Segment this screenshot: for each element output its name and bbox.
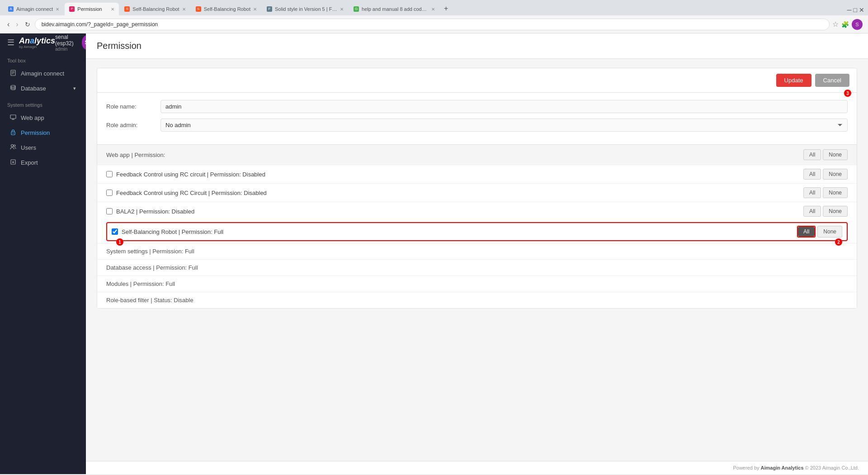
chevron-down-icon: ▾ (73, 86, 76, 91)
main-content: Permission Update Cancel 3 Role name: (86, 33, 868, 474)
back-button[interactable]: ‹ (5, 19, 11, 30)
form-card: Update Cancel 3 Role name: Role admin: N… (97, 68, 857, 309)
perm-item-1: Feedback Control using RC circuit | Perm… (97, 165, 857, 183)
system-settings-section-title: System settings (0, 96, 86, 110)
role-admin-row: Role admin: No admin Admin (106, 119, 848, 132)
bookmark-icon[interactable]: ☆ (832, 20, 839, 28)
webapp-permission-title: Web app | Permission: (106, 152, 165, 158)
svg-point-9 (13, 133, 14, 134)
annotation-1: 1 (116, 238, 123, 246)
hamburger-icon[interactable]: ☰ (7, 38, 14, 48)
new-tab-button[interactable]: + (440, 3, 452, 14)
browser-tab-2[interactable]: P Permission ✕ (65, 3, 119, 15)
annotation-2: 2 (835, 238, 842, 246)
static-perm-2: Database access | Permission: Full (97, 259, 857, 276)
aimagin-connect-label: Aimagin connect (21, 70, 64, 77)
cancel-button[interactable]: Cancel (815, 74, 849, 87)
toolbox-section-title: Tool box (0, 52, 86, 66)
perm-buttons-2: All None (803, 187, 848, 198)
address-input[interactable] (35, 19, 830, 30)
annotation-3: 3 (844, 90, 851, 97)
extensions-icon[interactable]: 🧩 (841, 21, 849, 28)
none-button-3[interactable]: None (823, 206, 848, 217)
role-name-input[interactable] (160, 100, 848, 113)
webapp-permission-header: Web app | Permission: All None (97, 144, 857, 165)
database-label: Database (21, 85, 46, 92)
lock-icon (10, 129, 16, 137)
static-perm-4: Role-based filter | Status: Disable (97, 292, 857, 308)
forward-button[interactable]: › (14, 19, 20, 30)
export-icon (10, 159, 16, 166)
browser-tab-5[interactable]: F Solid style in Version 5 | Font A... ✕ (262, 3, 348, 15)
browser-tab-6[interactable]: G help and manual 8 add code - 6 ✕ (349, 3, 439, 15)
perm-label-1: Feedback Control using RC circuit | Perm… (116, 171, 265, 178)
all-button-global[interactable]: All (803, 149, 821, 160)
perm-checkbox-4[interactable] (112, 228, 118, 235)
all-button-2[interactable]: All (803, 187, 821, 198)
svg-point-4 (11, 86, 15, 87)
browser-tab-1[interactable]: A Aimagin connect ✕ (4, 3, 64, 15)
all-button-4[interactable]: All (798, 227, 815, 237)
update-button[interactable]: Update (776, 74, 811, 87)
sidebar-item-permission[interactable]: Permission (3, 125, 83, 140)
role-name-row: Role name: (106, 100, 848, 113)
svg-rect-5 (10, 115, 16, 119)
profile-icon[interactable]: S (852, 19, 863, 30)
perm-item-4-wrapper: Self-Balancing Robot | Permission: Full … (97, 220, 857, 243)
app-footer: Powered by Aimagin Analytics © 2023 Aima… (86, 461, 868, 474)
perm-item-3: BALA2 | Permission: Disabled All None (97, 202, 857, 220)
perm-label-2: Feedback Control using RC Circuit | Perm… (116, 190, 267, 196)
perm-item-4: Self-Balancing Robot | Permission: Full … (106, 222, 848, 241)
browser-tab-3[interactable]: S Self-Balancing Robot ✕ (120, 3, 190, 15)
sidebar-item-users[interactable]: Users (3, 140, 83, 155)
web-app-label: Web app (21, 114, 44, 121)
none-button-1[interactable]: None (823, 169, 848, 180)
export-label: Export (21, 159, 38, 166)
none-button-2[interactable]: None (823, 187, 848, 198)
role-admin-select[interactable]: No admin Admin (160, 119, 848, 132)
close-button[interactable]: ✕ (859, 6, 864, 14)
perm-checkbox-2[interactable] (106, 190, 113, 196)
perm-buttons-3: All None (803, 206, 848, 217)
sidebar-topbar: ☰ Analytics by Aimagin senal (esp32) adm… (0, 33, 86, 52)
app-logo: Analytics by Aimagin (19, 36, 55, 49)
browser-tab-4[interactable]: S Self-Balancing Robot ✕ (191, 3, 261, 15)
minimize-button[interactable]: ─ (847, 6, 852, 14)
sidebar-item-web-app[interactable]: Web app (3, 110, 83, 125)
static-perm-3: Modules | Permission: Full (97, 276, 857, 292)
static-perm-1: System settings | Permission: Full (97, 243, 857, 259)
browser-chrome: A Aimagin connect ✕ P Permission ✕ S Sel… (0, 0, 868, 15)
page-body: Update Cancel 3 Role name: Role admin: N… (86, 59, 868, 461)
all-button-1[interactable]: All (803, 169, 821, 180)
sidebar-item-database[interactable]: Database ▾ (3, 81, 83, 96)
svg-point-11 (14, 145, 15, 147)
sidebar: ☰ Analytics by Aimagin senal (esp32) adm… (0, 33, 86, 474)
sidebar-item-aimagin-connect[interactable]: Aimagin connect (3, 66, 83, 81)
users-icon (10, 144, 16, 152)
svg-point-10 (11, 145, 14, 147)
none-button-global[interactable]: None (823, 149, 848, 160)
reload-button[interactable]: ↻ (23, 19, 32, 30)
users-label: Users (21, 144, 36, 151)
permission-label: Permission (21, 129, 50, 136)
document-icon (10, 70, 16, 77)
perm-checkbox-1[interactable] (106, 171, 113, 177)
sidebar-item-export[interactable]: Export (3, 155, 83, 170)
all-button-3[interactable]: All (803, 206, 821, 217)
role-admin-label: Role admin: (106, 122, 160, 128)
perm-buttons-4: All None 2 (797, 226, 842, 238)
address-bar: ‹ › ↻ ☆ 🧩 S (0, 15, 868, 33)
none-button-4[interactable]: None (817, 226, 842, 238)
role-name-label: Role name: (106, 103, 160, 110)
form-fields: Role name: Role admin: No admin Admin (97, 93, 857, 144)
perm-checkbox-3[interactable] (106, 208, 113, 214)
perm-item-2: Feedback Control using RC Circuit | Perm… (97, 183, 857, 202)
perm-label-3: BALA2 | Permission: Disabled (116, 208, 194, 215)
perm-buttons-1: All None (803, 169, 848, 180)
database-icon (10, 85, 16, 92)
monitor-icon (10, 114, 16, 122)
form-actions: Update Cancel 3 (97, 68, 857, 93)
page-header: Permission (86, 33, 868, 59)
all-none-global: All None (803, 149, 848, 160)
maximize-button[interactable]: □ (854, 6, 857, 14)
